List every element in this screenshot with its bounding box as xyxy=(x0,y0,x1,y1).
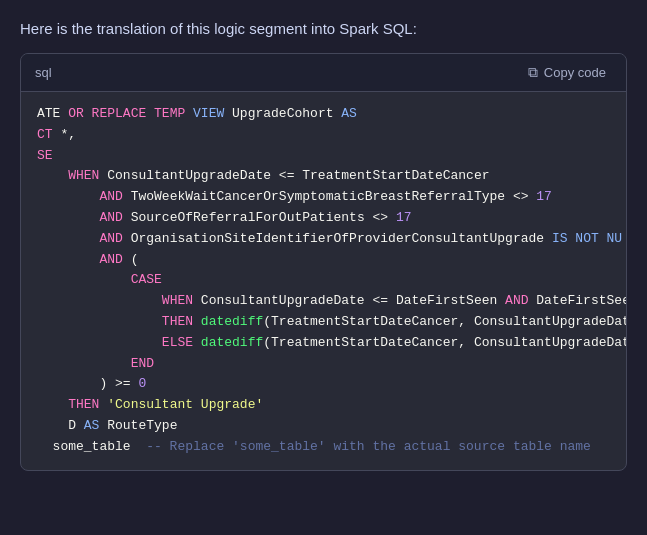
copy-button[interactable]: ⧉ Copy code xyxy=(522,62,612,83)
code-line: CASE xyxy=(21,270,626,291)
code-line: D AS RouteType xyxy=(21,416,626,437)
code-line: END xyxy=(21,354,626,375)
code-line: some_table -- Replace 'some_table' with … xyxy=(21,437,626,458)
code-line: ELSE datediff(TreatmentStartDateCancer, … xyxy=(21,333,626,354)
code-line: THEN datediff(TreatmentStartDateCancer, … xyxy=(21,312,626,333)
code-header: sql ⧉ Copy code xyxy=(21,54,626,92)
code-line: AND TwoWeekWaitCancerOrSymptomaticBreast… xyxy=(21,187,626,208)
code-line: THEN 'Consultant Upgrade' xyxy=(21,395,626,416)
code-line: AND ( xyxy=(21,250,626,271)
code-line: WHEN ConsultantUpgradeDate <= DateFirstS… xyxy=(21,291,626,312)
copy-label: Copy code xyxy=(544,65,606,80)
code-line: WHEN ConsultantUpgradeDate <= TreatmentS… xyxy=(21,166,626,187)
code-line: AND OrganisationSiteIdentifierOfProvider… xyxy=(21,229,626,250)
code-line: ) >= 0 xyxy=(21,374,626,395)
code-line: ATE OR REPLACE TEMP VIEW UpgradeCohort A… xyxy=(21,104,626,125)
code-line: AND SourceOfReferralForOutPatients <> 17 xyxy=(21,208,626,229)
copy-icon: ⧉ xyxy=(528,64,538,81)
intro-text: Here is the translation of this logic se… xyxy=(20,20,627,37)
code-container: sql ⧉ Copy code ATE OR REPLACE TEMP VIEW… xyxy=(20,53,627,471)
code-block: ATE OR REPLACE TEMP VIEW UpgradeCohort A… xyxy=(21,92,626,470)
code-line: SE xyxy=(21,146,626,167)
code-line: CT *, xyxy=(21,125,626,146)
code-lang: sql xyxy=(35,65,52,80)
